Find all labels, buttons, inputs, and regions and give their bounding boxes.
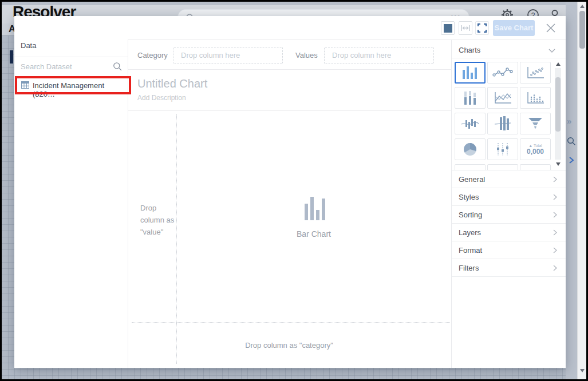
bar-chart-preview-label: Bar Chart xyxy=(269,229,358,239)
pie-chart-icon xyxy=(463,142,477,157)
tile-line-chart[interactable] xyxy=(487,62,518,84)
funnel-chart-icon xyxy=(527,117,543,130)
line-chart-icon xyxy=(492,66,513,79)
dropzone-separator xyxy=(128,69,451,70)
section-filters[interactable]: Filters xyxy=(451,259,566,277)
category-axis-dotted-line xyxy=(132,322,450,323)
values-label: Values xyxy=(295,51,318,59)
section-layers[interactable]: Layers xyxy=(451,224,566,241)
values-drop-zone[interactable]: Drop column here xyxy=(324,47,434,64)
annotation-highlight-box xyxy=(15,76,131,94)
dot-column-icon xyxy=(526,91,545,105)
panel-search-icon[interactable] xyxy=(567,137,576,146)
screenshot-frame: Resolver A ••• ? » Save Chart xyxy=(0,0,588,381)
tile-bar-line-chart[interactable] xyxy=(455,113,486,134)
tile-stacked-column-chart[interactable] xyxy=(455,87,486,109)
section-styles-label: Styles xyxy=(459,193,479,201)
section-general-label: General xyxy=(459,175,485,184)
title-separator xyxy=(128,110,451,111)
chevron-right-icon xyxy=(553,265,557,271)
charts-panel-header[interactable]: Charts xyxy=(459,46,480,54)
tiles-scroll-up-arrow[interactable] xyxy=(556,62,561,66)
bar-line-chart-icon xyxy=(460,117,480,130)
tiles-scroll-down-arrow[interactable] xyxy=(556,162,561,166)
section-sorting-label: Sorting xyxy=(459,211,482,219)
scatter-plot-icon xyxy=(526,66,545,80)
tile-clipped-2[interactable] xyxy=(487,164,518,170)
section-sorting[interactable]: Sorting xyxy=(451,206,566,224)
fullscreen-button[interactable] xyxy=(475,21,489,35)
tile-dot-column-chart[interactable] xyxy=(520,87,551,109)
column-line-chart-icon xyxy=(493,116,512,132)
scroll-down-arrow[interactable] xyxy=(580,369,585,372)
tile-multi-line-chart[interactable] xyxy=(487,87,518,109)
tile-candlestick-chart[interactable] xyxy=(487,138,518,160)
scroll-up-arrow[interactable] xyxy=(580,5,585,8)
candlestick-icon xyxy=(495,142,511,157)
chevron-right-icon xyxy=(553,176,557,182)
chevron-right-icon xyxy=(553,247,557,253)
data-panel-title: Data xyxy=(21,41,36,50)
toolbar-separator xyxy=(128,39,566,40)
fullscreen-icon xyxy=(477,23,487,33)
panel-chevron-right-icon[interactable] xyxy=(568,156,575,164)
section-format[interactable]: Format xyxy=(451,241,566,259)
value-drop-hint: Drop column as "value" xyxy=(140,202,180,238)
kpi-trend-label: ▲ Total xyxy=(527,144,544,148)
data-title-separator xyxy=(14,57,128,57)
chevron-down-icon[interactable] xyxy=(548,49,555,53)
chart-tiles-grid: ▲ Total 0,000 xyxy=(451,58,566,170)
bar-chart-icon xyxy=(461,65,479,80)
value-axis-dotted-line xyxy=(176,114,177,364)
page-scrollbar[interactable] xyxy=(577,2,586,379)
category-drop-zone[interactable]: Drop column here xyxy=(173,47,283,64)
category-drop-hint: Drop column as "category" xyxy=(203,339,375,351)
chart-title-input[interactable]: Untitled Chart xyxy=(137,77,207,90)
section-filters-label: Filters xyxy=(459,264,479,272)
tiles-scrollbar-thumb[interactable] xyxy=(555,77,561,132)
section-format-label: Format xyxy=(459,246,482,255)
page-scrollbar-thumb[interactable] xyxy=(579,11,585,49)
tile-bar-chart[interactable] xyxy=(455,62,486,84)
tile-scatter-plot[interactable] xyxy=(520,62,551,84)
tile-clipped-1[interactable] xyxy=(455,164,486,170)
settings-accordion: General Styles Sorting Layers Format Fil… xyxy=(451,170,566,277)
chart-description-input[interactable]: Add Description xyxy=(137,94,186,102)
fit-width-button[interactable] xyxy=(459,21,472,35)
background-heading-fragment xyxy=(10,50,13,64)
dataset-search-placeholder: Search Dataset xyxy=(21,62,72,71)
section-layers-label: Layers xyxy=(459,228,481,237)
background-page: Resolver A ••• ? » Save Chart xyxy=(2,2,586,379)
tile-clipped-3[interactable] xyxy=(520,164,551,170)
dataset-search-icon xyxy=(113,62,122,71)
color-swatch-button[interactable] xyxy=(441,21,455,35)
chevron-right-icon xyxy=(553,229,557,236)
chevron-right-icon xyxy=(553,212,557,218)
fit-width-icon xyxy=(461,25,470,31)
section-general[interactable]: General xyxy=(451,170,566,188)
dataset-search-input[interactable]: Search Dataset xyxy=(14,59,128,74)
tile-column-line-chart[interactable] xyxy=(487,113,518,134)
chart-builder-modal: Save Chart Data Search Dataset Incident … xyxy=(14,16,566,368)
multi-line-chart-icon xyxy=(493,91,512,105)
tile-funnel-chart[interactable] xyxy=(520,113,551,134)
tile-kpi-metric[interactable]: ▲ Total 0,000 xyxy=(520,138,551,160)
chevron-right-icon xyxy=(553,194,557,200)
close-icon[interactable] xyxy=(545,22,557,34)
stacked-column-icon xyxy=(463,90,477,105)
bar-chart-preview-icon xyxy=(303,196,325,221)
collapsed-side-panel: » xyxy=(566,2,577,379)
tile-pie-chart[interactable] xyxy=(455,138,486,160)
kpi-value-label: 0,000 xyxy=(527,148,544,156)
expand-panel-icon[interactable]: » xyxy=(567,116,571,126)
section-styles[interactable]: Styles xyxy=(451,188,566,206)
color-swatch-icon xyxy=(444,24,452,33)
category-label: Category xyxy=(137,51,168,59)
save-chart-button[interactable]: Save Chart xyxy=(493,20,535,36)
